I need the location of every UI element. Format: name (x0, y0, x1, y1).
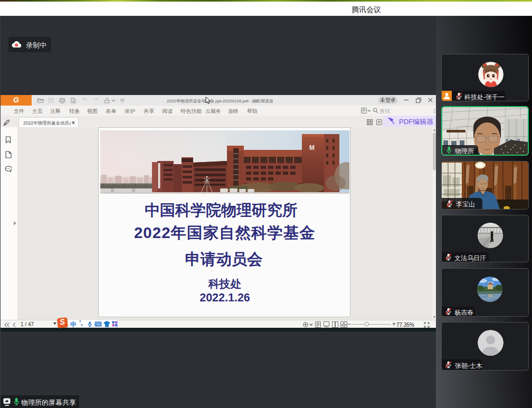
svg-text:M: M (309, 144, 315, 151)
